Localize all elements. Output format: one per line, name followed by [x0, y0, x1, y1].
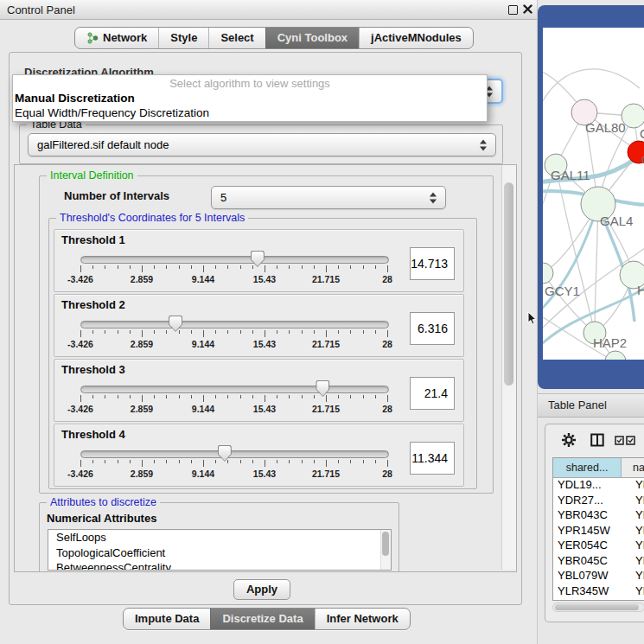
checkbox-icon[interactable] [615, 436, 624, 445]
slider-tick-label: 2.859 [131, 274, 153, 284]
table-cell[interactable]: YLR345W [553, 584, 628, 600]
node-table[interactable]: shared...na YDL19...YDL1YDR27...YDR2YBR0… [552, 457, 644, 601]
table-row[interactable]: YBL079WYBL0 [553, 569, 644, 584]
slider-track[interactable] [80, 450, 389, 458]
attribute-item-topologicalcoefficient[interactable]: TopologicalCoefficient [48, 545, 391, 561]
float-window-icon[interactable] [508, 5, 518, 15]
table-horizontal-scrollbar[interactable] [552, 603, 644, 612]
gear-icon[interactable] [561, 432, 577, 448]
table-row[interactable]: YIL053CYIL0 [553, 599, 644, 601]
tab-infer-network[interactable]: Infer Network [315, 609, 410, 629]
tab-network[interactable]: Network [75, 28, 158, 48]
combo-stepper-icon[interactable] [480, 138, 488, 151]
network-edge[interactable] [595, 204, 598, 333]
slider-tick [227, 265, 228, 269]
slider-tick [191, 460, 192, 463]
table-cell[interactable]: YPR145W [553, 524, 628, 539]
table-cell[interactable]: YDR2 [628, 494, 644, 509]
combo-stepper-icon[interactable] [430, 191, 437, 204]
slider-track[interactable] [80, 386, 389, 393]
table-cell[interactable]: YIL0 [628, 599, 644, 601]
slider-tick [118, 330, 118, 334]
table-row[interactable]: YBR045CYBR0 [553, 554, 644, 570]
interval-definition-group: Interval Definition Number of Intervals … [39, 175, 494, 494]
number-of-intervals-label: Number of Intervals [64, 189, 169, 202]
table-row[interactable]: YLR345WYLR3 [553, 584, 644, 600]
table-cell[interactable]: YIL053C [553, 599, 628, 601]
tab-jactivemnodules[interactable]: jActiveMNodules [359, 28, 473, 48]
threshold-value-field[interactable]: 14.713 [410, 247, 455, 280]
threshold-label: Threshold 3 [61, 363, 125, 376]
threshold-slider[interactable]: -3.4262.8599.14415.4321.71528 [80, 380, 387, 418]
numerical-attributes-list[interactable]: SelfLoopsTopologicalCoefficientBetweenne… [48, 529, 392, 571]
threshold-slider[interactable]: -3.4262.8599.14415.4321.71528 [80, 445, 387, 483]
table-cell[interactable]: YBR045C [553, 554, 628, 570]
network-canvas[interactable]: GAL80GACGAL11GAL4GCY1HHAP2 [543, 28, 644, 360]
scrollbar-thumb[interactable] [382, 532, 389, 556]
list-scrollbar[interactable] [380, 530, 391, 570]
apply-button[interactable]: Apply [233, 579, 290, 600]
column-header-name[interactable]: na [622, 458, 644, 477]
table-cell[interactable]: YDR27... [553, 494, 628, 509]
slider-tick [350, 265, 351, 269]
network-node-gcy1[interactable] [543, 263, 553, 284]
slider-tick [203, 330, 204, 337]
table-cell[interactable]: YBL0 [628, 569, 644, 584]
table-row[interactable]: YDR27...YDR2 [553, 494, 644, 509]
threshold-panel-4: Threshold 4-3.4262.8599.14415.4321.71528… [54, 424, 464, 487]
slider-tick [179, 265, 180, 269]
slider-tick [215, 265, 216, 269]
threshold-value-field[interactable]: 11.344 [410, 442, 455, 475]
tab-style[interactable]: Style [158, 28, 208, 48]
slider-tick-label: 15.43 [253, 404, 276, 414]
table-data-combobox[interactable]: galFiltered.sif default node [28, 133, 496, 156]
table-cell[interactable]: YPR1 [628, 524, 644, 539]
table-row[interactable]: YER054CYER0 [553, 539, 644, 554]
number-of-intervals-combobox[interactable]: 5 [211, 186, 446, 209]
table-cell[interactable]: YDL19... [553, 478, 628, 494]
attribute-item-betweennesscentrality[interactable]: BetweennessCentrality [48, 560, 391, 571]
scrollbar-thumb[interactable] [504, 182, 513, 386]
algorithm-option-equal-width-frequency-discretization[interactable]: Equal Width/Frequency Discretization [13, 105, 487, 120]
table-cell[interactable]: YDL1 [628, 478, 644, 494]
tab-select[interactable]: Select [208, 28, 265, 48]
slider-tick [326, 460, 327, 467]
table-cell[interactable]: YER0 [628, 539, 644, 554]
tab-cyni-toolbox[interactable]: Cyni Toolbox [265, 28, 359, 48]
thresholds-group-title: Threshold's Coordinates for 5 Intervals [56, 212, 248, 224]
slider-tick [350, 395, 351, 399]
algorithm-option-manual-discretization[interactable]: Manual Discretization [13, 91, 487, 105]
table-cell[interactable]: YBR0 [628, 508, 644, 524]
table-row[interactable]: YBR043CYBR0 [553, 508, 644, 524]
close-icon[interactable] [523, 4, 532, 14]
table-cell[interactable]: YLR3 [628, 584, 644, 600]
panel-scrollbar[interactable] [501, 165, 516, 570]
table-cell[interactable]: YER054C [553, 539, 628, 554]
slider-tick-label: 9.144 [192, 339, 214, 349]
threshold-slider[interactable]: -3.4262.8599.14415.4321.71528 [80, 251, 387, 289]
threshold-value-field[interactable]: 21.4 [410, 377, 455, 410]
threshold-slider[interactable]: -3.4262.8599.14415.4321.71528 [80, 316, 387, 354]
slider-tick [154, 330, 155, 334]
slider-tick-label: 15.43 [253, 469, 276, 479]
slider-tick [80, 460, 81, 467]
column-header-shared-name[interactable]: shared... [553, 458, 622, 477]
checkbox-icon[interactable] [626, 436, 635, 445]
threshold-value-field[interactable]: 6.316 [410, 312, 455, 345]
slider-tick [92, 460, 93, 463]
slider-track[interactable] [80, 321, 389, 328]
slider-tick [142, 395, 143, 402]
table-cell[interactable]: YBL079W [553, 569, 628, 584]
table-cell[interactable]: YBR043C [553, 508, 628, 524]
scrollbar-thumb[interactable] [555, 604, 639, 610]
attribute-item-selfloops[interactable]: SelfLoops [48, 530, 391, 545]
tab-impute-data[interactable]: Impute Data [124, 609, 210, 629]
slider-tick [338, 265, 339, 269]
slider-track[interactable] [80, 256, 389, 264]
tab-discretize-data[interactable]: Discretize Data [210, 609, 314, 629]
table-cell[interactable]: YBR0 [628, 554, 644, 570]
table-row[interactable]: YPR145WYPR1 [553, 524, 644, 539]
slider-tick [203, 395, 204, 402]
split-columns-icon[interactable] [590, 433, 604, 447]
table-row[interactable]: YDL19...YDL1 [553, 478, 644, 494]
